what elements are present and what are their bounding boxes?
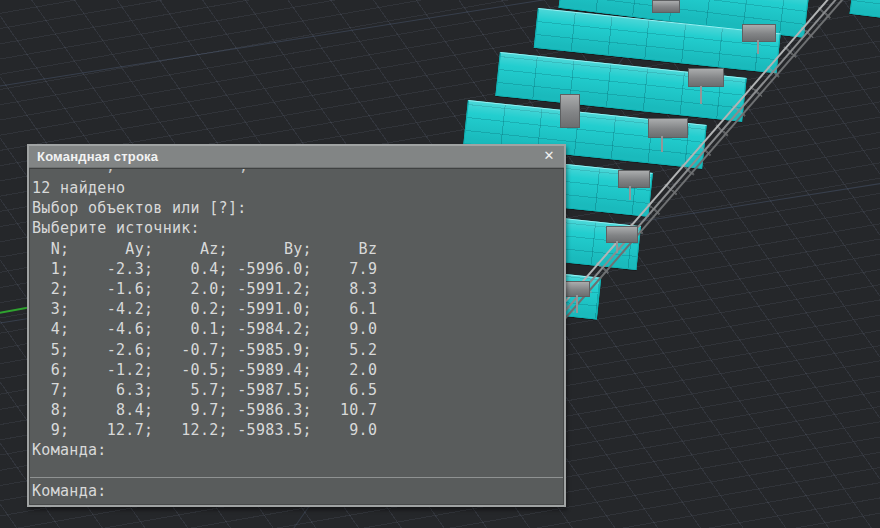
history-lines: 12 найденоВыбор объектов или [?]:Выберит… bbox=[32, 178, 563, 461]
equipment-box[interactable] bbox=[618, 170, 650, 188]
equipment-box[interactable] bbox=[606, 226, 638, 243]
equipment-post bbox=[700, 86, 702, 104]
equipment-post bbox=[616, 241, 618, 253]
command-line-window: Командная строка ✕ , , 12 найденоВыбор о… bbox=[27, 144, 566, 507]
equipment-post bbox=[629, 186, 631, 200]
console-line: 4; -4.6; 0.1; -5984.2; 9.0 bbox=[32, 319, 563, 339]
console-line: Выбор объектов или [?]: bbox=[32, 198, 563, 218]
equipment-box[interactable] bbox=[688, 68, 724, 87]
console-line: 3; -4.2; 0.2; -5991.0; 6.1 bbox=[32, 299, 563, 319]
console-line: Команда: bbox=[32, 440, 563, 460]
console-line: 12 найдено bbox=[32, 178, 563, 198]
console-line: N; Ay; Az; By; Bz bbox=[32, 239, 563, 259]
console-line: 2; -1.6; 2.0; -5991.2; 8.3 bbox=[32, 279, 563, 299]
console-line: 5; -2.6; -0.7; -5985.9; 5.2 bbox=[32, 340, 563, 360]
console-line: 1; -2.3; 0.4; -5996.0; 7.9 bbox=[32, 259, 563, 279]
command-prompt: Команда: bbox=[32, 481, 107, 501]
console-line: 6; -1.2; -0.5; -5989.4; 2.0 bbox=[32, 360, 563, 380]
equipment-post bbox=[576, 295, 578, 313]
clipped-glyph: , bbox=[239, 169, 248, 176]
command-history: , , 12 найденоВыбор объектов или [?]:Выб… bbox=[30, 169, 563, 477]
equipment-post bbox=[661, 136, 663, 152]
clipped-glyph: , bbox=[106, 169, 115, 176]
console-line: 7; 6.3; 5.7; -5987.5; 6.5 bbox=[32, 380, 563, 400]
command-line-body: , , 12 найденоВыбор объектов или [?]:Выб… bbox=[29, 168, 564, 505]
equipment-box[interactable] bbox=[742, 24, 776, 42]
clipped-history-line: , , bbox=[32, 169, 563, 178]
window-title: Командная строка bbox=[29, 149, 158, 164]
console-line: 8; 8.4; 9.7; -5986.3; 10.7 bbox=[32, 400, 563, 420]
command-line-titlebar[interactable]: Командная строка ✕ bbox=[29, 146, 564, 168]
console-line: Выберите источник: bbox=[32, 218, 563, 238]
viewport-3d[interactable]: Командная строка ✕ , , 12 найденоВыбор о… bbox=[0, 0, 880, 528]
equipment-post bbox=[757, 40, 759, 54]
command-input-line[interactable]: Команда: bbox=[30, 477, 563, 504]
close-icon[interactable]: ✕ bbox=[540, 147, 558, 165]
equipment-box[interactable] bbox=[652, 0, 680, 13]
equipment-box[interactable] bbox=[560, 94, 580, 128]
equipment-box[interactable] bbox=[648, 118, 688, 138]
console-line: 9; 12.7; 12.2; -5983.5; 9.0 bbox=[32, 420, 563, 440]
